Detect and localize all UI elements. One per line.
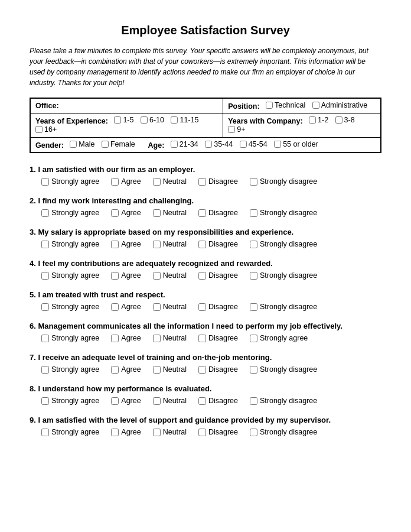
question-3-option-4[interactable]: Strongly disagree	[250, 240, 317, 248]
question-2: 2. I find my work interesting and challe…	[30, 196, 381, 217]
question-1-option-3[interactable]: Disagree	[198, 177, 238, 186]
demographics-table: Office: Position: Technical Administrati…	[30, 98, 381, 153]
years-exp-16plus[interactable]: 16+	[35, 125, 57, 134]
years-exp-1-5[interactable]: 1-5	[114, 116, 133, 124]
gender-male[interactable]: Male	[70, 140, 94, 148]
years-company-9plus[interactable]: 9+	[228, 125, 245, 134]
question-4-option-3[interactable]: Disagree	[198, 271, 238, 280]
question-3-option-1[interactable]: Agree	[111, 240, 141, 248]
years-exp-label: Years of Experience:	[35, 117, 108, 125]
years-company-3-8[interactable]: 3-8	[335, 116, 355, 124]
question-1-option-4[interactable]: Strongly disagree	[250, 177, 317, 186]
office-label: Office:	[35, 102, 59, 110]
question-1-options: Strongly agreeAgreeNeutralDisagreeStrong…	[30, 177, 381, 186]
question-3: 3. My salary is appropriate based on my …	[30, 228, 381, 248]
question-3-option-3[interactable]: Disagree	[198, 240, 238, 248]
question-7-option-0[interactable]: Strongly agree	[41, 365, 99, 374]
gender-female[interactable]: Female	[102, 140, 135, 148]
question-2-options: Strongly agreeAgreeNeutralDisagreeStrong…	[30, 209, 381, 217]
question-6-option-3[interactable]: Disagree	[198, 334, 238, 342]
question-5-options: Strongly agreeAgreeNeutralDisagreeStrong…	[30, 303, 381, 311]
question-9-option-4[interactable]: Strongly disagree	[250, 428, 317, 436]
age-21-34[interactable]: 21-34	[171, 140, 198, 148]
question-8-options: Strongly agreeAgreeNeutralDisagreeStrong…	[30, 397, 381, 405]
question-6-option-0[interactable]: Strongly agree	[41, 334, 99, 342]
age-35-44[interactable]: 35-44	[205, 140, 233, 148]
age-45-54[interactable]: 45-54	[240, 140, 268, 148]
question-8-option-2[interactable]: Neutral	[153, 397, 187, 405]
age-label: Age:	[148, 141, 165, 150]
question-9-option-0[interactable]: Strongly agree	[41, 428, 99, 436]
intro-text: Please take a few minutes to complete th…	[30, 46, 381, 88]
question-3-option-0[interactable]: Strongly agree	[41, 240, 99, 248]
years-exp-11-15[interactable]: 11-15	[171, 116, 198, 124]
question-6-text: 6. Management communicates all the infor…	[30, 322, 381, 330]
question-6-option-1[interactable]: Agree	[111, 334, 141, 342]
question-4-option-0[interactable]: Strongly agree	[41, 271, 99, 280]
question-4-option-2[interactable]: Neutral	[153, 271, 187, 280]
question-4-options: Strongly agreeAgreeNeutralDisagreeStrong…	[30, 271, 381, 280]
question-5-option-3[interactable]: Disagree	[198, 303, 238, 311]
age-55-older[interactable]: 55 or older	[274, 140, 318, 148]
question-7-option-4[interactable]: Strongly disagree	[250, 365, 317, 374]
question-2-option-2[interactable]: Neutral	[153, 209, 187, 217]
question-8-option-1[interactable]: Agree	[111, 397, 141, 405]
question-5-text: 5. I am treated with trust and respect.	[30, 290, 381, 299]
page-title: Employee Satisfaction Survey	[30, 24, 381, 37]
question-7-text: 7. I receive an adequate level of traini…	[30, 353, 381, 362]
questions-container: 1. I am satisfied with our firm as an em…	[30, 165, 381, 436]
question-7-option-3[interactable]: Disagree	[198, 365, 238, 374]
position-administrative[interactable]: Administrative	[312, 101, 368, 109]
question-7-option-2[interactable]: Neutral	[153, 365, 187, 374]
question-1-option-1[interactable]: Agree	[111, 177, 141, 186]
question-8-option-0[interactable]: Strongly agree	[41, 397, 99, 405]
question-5-option-1[interactable]: Agree	[111, 303, 141, 311]
question-5-option-4[interactable]: Strongly disagree	[250, 303, 317, 311]
question-2-option-4[interactable]: Strongly disagree	[250, 209, 317, 217]
question-7-option-1[interactable]: Agree	[111, 365, 141, 374]
question-9: 9. I am satisfied with the level of supp…	[30, 416, 381, 436]
question-9-option-3[interactable]: Disagree	[198, 428, 238, 436]
question-2-text: 2. I find my work interesting and challe…	[30, 196, 381, 205]
question-5: 5. I am treated with trust and respect.S…	[30, 290, 381, 311]
question-1-text: 1. I am satisfied with our firm as an em…	[30, 165, 381, 174]
question-5-option-0[interactable]: Strongly agree	[41, 303, 99, 311]
question-6-options: Strongly agreeAgreeNeutralDisagreeStrong…	[30, 334, 381, 342]
position-technical[interactable]: Technical	[266, 101, 305, 109]
question-8-option-4[interactable]: Strongly disagree	[250, 397, 317, 405]
question-4-option-1[interactable]: Agree	[111, 271, 141, 280]
question-2-option-0[interactable]: Strongly agree	[41, 209, 99, 217]
question-2-option-3[interactable]: Disagree	[198, 209, 238, 217]
question-3-options: Strongly agreeAgreeNeutralDisagreeStrong…	[30, 240, 381, 248]
question-4-option-4[interactable]: Strongly disagree	[250, 271, 317, 280]
question-5-option-2[interactable]: Neutral	[153, 303, 187, 311]
question-8-text: 8. I understand how my performance is ev…	[30, 384, 381, 393]
question-7: 7. I receive an adequate level of traini…	[30, 353, 381, 374]
question-6: 6. Management communicates all the infor…	[30, 322, 381, 342]
question-9-text: 9. I am satisfied with the level of supp…	[30, 416, 381, 424]
gender-label: Gender:	[35, 141, 64, 150]
question-6-option-2[interactable]: Neutral	[153, 334, 187, 342]
position-label: Position:	[228, 102, 259, 111]
question-1-option-2[interactable]: Neutral	[153, 177, 187, 186]
question-6-option-4[interactable]: Strongly agree	[250, 334, 308, 342]
question-9-options: Strongly agreeAgreeNeutralDisagreeStrong…	[30, 428, 381, 436]
question-4: 4. I feel my contributions are adequatel…	[30, 259, 381, 280]
years-exp-6-10[interactable]: 6-10	[141, 116, 164, 124]
question-9-option-2[interactable]: Neutral	[153, 428, 187, 436]
question-2-option-1[interactable]: Agree	[111, 209, 141, 217]
question-4-text: 4. I feel my contributions are adequatel…	[30, 259, 381, 268]
question-3-text: 3. My salary is appropriate based on my …	[30, 228, 381, 236]
question-8: 8. I understand how my performance is ev…	[30, 384, 381, 405]
question-7-options: Strongly agreeAgreeNeutralDisagreeStrong…	[30, 365, 381, 374]
question-9-option-1[interactable]: Agree	[111, 428, 141, 436]
years-company-label: Years with Company:	[228, 117, 302, 125]
years-company-1-2[interactable]: 1-2	[309, 116, 328, 124]
question-1-option-0[interactable]: Strongly agree	[41, 177, 99, 186]
question-3-option-2[interactable]: Neutral	[153, 240, 187, 248]
question-8-option-3[interactable]: Disagree	[198, 397, 238, 405]
question-1: 1. I am satisfied with our firm as an em…	[30, 165, 381, 186]
